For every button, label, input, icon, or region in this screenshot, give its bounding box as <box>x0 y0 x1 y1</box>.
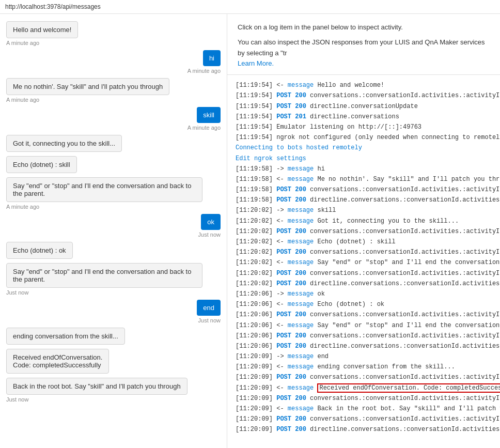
bubble-bot: Got it, connecting you to the skill... <box>6 135 122 152</box>
log-line: [11:19:58] POST 200 conversations.:conve… <box>236 185 492 195</box>
chat-message-bot: Back in the root bot. Say "skill" and I'… <box>6 378 221 403</box>
timestamp: Just now <box>198 231 221 238</box>
log-message-link[interactable]: message <box>288 363 314 370</box>
bubble-user: ok <box>201 214 221 230</box>
log-line: [11:19:54] <- message Hello and welcome! <box>236 81 492 90</box>
log-line: [11:20:09] -> message end <box>236 352 492 362</box>
log-line: [11:19:54] POST 201 directline.conversat… <box>236 112 492 122</box>
chat-message-bot: Echo (dotnet) : ok <box>6 242 221 259</box>
log-content: [11:19:54] <- message Hello and welcome!… <box>227 75 500 448</box>
log-post[interactable]: POST 200 <box>276 374 306 381</box>
log-message-link[interactable]: message <box>288 165 314 173</box>
log-info-line1: Click on a log item in the panel below t… <box>238 22 490 33</box>
bubble-bot: Say "end" or "stop" and I'll end the con… <box>6 263 202 288</box>
chat-message-bot: Me no nothin'. Say "skill" and I'll patc… <box>6 78 221 103</box>
log-line: [11:20:02] <- message Echo (dotnet) : sk… <box>236 237 492 247</box>
log-link-item[interactable]: Connecting to bots hosted remotely <box>236 144 362 151</box>
chat-message-user: skillA minute ago <box>6 107 221 131</box>
chat-message-bot: Received endOfConversation. Code: comple… <box>6 349 221 374</box>
log-post[interactable]: POST 200 <box>276 270 306 277</box>
chat-message-bot: Echo (dotnet) : skill <box>6 156 221 173</box>
log-post[interactable]: POST 200 <box>276 103 306 110</box>
log-post[interactable]: POST 200 <box>276 196 306 204</box>
log-line: [11:19:54] POST 200 directline.conversat… <box>236 102 492 112</box>
log-line: [11:20:02] POST 200 conversations.:conve… <box>236 227 492 237</box>
log-message-link[interactable]: message <box>288 384 314 392</box>
log-line: [11:19:54] POST 200 conversations.:conve… <box>236 91 492 101</box>
log-line: [11:20:06] POST 200 directline.conversat… <box>236 342 492 351</box>
log-line: [11:20:02] POST 200 directline.conversat… <box>236 279 492 289</box>
log-message-link[interactable]: message <box>288 176 314 183</box>
log-info-line2: You can also inspect the JSON responses … <box>238 37 490 59</box>
bubble-bot: Say "end" or "stop" and I'll end the con… <box>6 177 202 202</box>
log-line: [11:19:58] POST 200 directline.conversat… <box>236 195 492 205</box>
log-link-item[interactable]: Edit ngrok settings <box>236 155 306 162</box>
log-message-link[interactable]: message <box>288 207 314 214</box>
log-line: [11:20:09] POST 200 conversations.:conve… <box>236 414 492 424</box>
bubble-bot: Hello and welcome! <box>6 21 78 38</box>
bubble-bot: Echo (dotnet) : skill <box>6 156 77 173</box>
log-line: [11:20:02] POST 200 conversations.:conve… <box>236 248 492 257</box>
log-message-link[interactable]: message <box>288 290 314 298</box>
log-line: [11:19:58] -> message hi <box>236 164 492 174</box>
log-post[interactable]: POST 200 <box>276 280 306 287</box>
log-line: [11:20:06] -> message ok <box>236 289 492 299</box>
chat-message-user: hiA minute ago <box>6 50 221 74</box>
log-post[interactable]: POST 200 <box>276 415 306 423</box>
timestamp: Just now <box>6 289 28 296</box>
log-post[interactable]: POST 200 <box>276 332 306 339</box>
log-post[interactable]: POST 200 <box>276 426 306 433</box>
log-line: [11:20:06] POST 200 conversations.:conve… <box>236 310 492 320</box>
timestamp: A minute ago <box>187 125 221 131</box>
log-line: [11:19:58] <- message Me no nothin'. Say… <box>236 175 492 184</box>
log-line: [11:20:02] POST 200 conversations.:conve… <box>236 269 492 279</box>
bubble-bot: Received endOfConversation. Code: comple… <box>6 349 109 374</box>
log-line: [11:20:02] <- message Got it, connecting… <box>236 217 492 226</box>
learn-more-link[interactable]: Learn More. <box>238 58 490 69</box>
log-message-link[interactable]: message <box>288 322 314 329</box>
chat-message-bot: Say "end" or "stop" and I'll end the con… <box>6 177 221 210</box>
log-message-link[interactable]: message <box>288 218 314 225</box>
log-line: [11:20:09] <- message Received endOfConv… <box>236 383 492 393</box>
chat-panel: Hello and welcome!A minute agohiA minute… <box>0 14 227 448</box>
log-line: [11:19:54] Emulator listening on http://… <box>236 122 492 132</box>
log-message-link[interactable]: message <box>288 405 314 412</box>
chat-message-bot: ending conversation from the skill... <box>6 328 221 345</box>
log-post[interactable]: POST 200 <box>276 186 306 193</box>
log-post[interactable]: POST 200 <box>276 249 306 256</box>
log-message-link[interactable]: message <box>288 301 314 308</box>
log-message-link[interactable]: message <box>288 259 314 266</box>
chat-message-user: endJust now <box>6 300 221 323</box>
log-post[interactable]: POST 200 <box>276 343 306 350</box>
log-post[interactable]: POST 200 <box>276 395 306 402</box>
timestamp: A minute ago <box>6 40 39 46</box>
api-url: http://localhost:3978/api/messages <box>5 3 101 10</box>
log-post[interactable]: POST 200 <box>276 311 306 318</box>
log-line: [11:20:09] <- message Back in the root b… <box>236 404 492 414</box>
log-line: [11:20:09] POST 200 directline.conversat… <box>236 425 492 435</box>
chat-message-bot: Got it, connecting you to the skill... <box>6 135 221 152</box>
chat-message-user: okJust now <box>6 214 221 238</box>
log-message-link[interactable]: message <box>288 238 314 245</box>
bubble-user: end <box>197 300 221 316</box>
log-line: [11:20:06] <- message Echo (dotnet) : ok <box>236 300 492 310</box>
log-panel: Click on a log item in the panel below t… <box>227 14 500 448</box>
log-message-link[interactable]: message <box>288 353 314 360</box>
bubble-user: skill <box>197 107 221 123</box>
log-line: [11:20:02] <- message Say "end" or "stop… <box>236 258 492 268</box>
main-container: Hello and welcome!A minute agohiA minute… <box>0 14 500 448</box>
log-line: [11:20:06] <- message Say "end" or "stop… <box>236 321 492 331</box>
log-line: [11:20:09] POST 200 conversations.:conve… <box>236 394 492 404</box>
log-message-link[interactable]: message <box>288 82 314 89</box>
log-info: Click on a log item in the panel below t… <box>227 14 500 75</box>
log-post[interactable]: POST 200 <box>276 92 306 99</box>
log-line: [11:20:02] -> message skill <box>236 206 492 215</box>
bubble-user: hi <box>203 50 221 66</box>
log-line: [11:19:54] ngrok not configured (only ne… <box>236 133 492 143</box>
log-highlight: Received endOfConversation. Code: comple… <box>317 383 500 393</box>
log-post[interactable]: POST 200 <box>276 228 306 235</box>
log-line: [11:20:09] POST 200 conversations.:conve… <box>236 373 492 382</box>
timestamp: A minute ago <box>6 97 39 103</box>
log-post[interactable]: POST 201 <box>276 113 306 120</box>
timestamp: Just now <box>198 317 221 323</box>
